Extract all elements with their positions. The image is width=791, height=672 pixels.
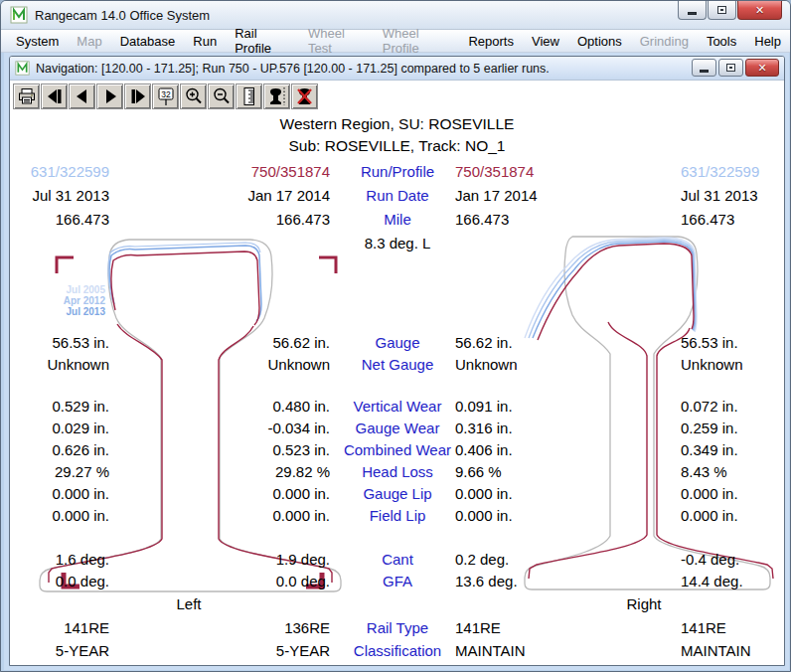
nav-close-icon: ✕ [757, 62, 766, 75]
cell: 0.349 in. [681, 441, 782, 458]
cell: 0.000 in. [15, 507, 109, 524]
cell: Unknown [149, 356, 330, 373]
row-label: Mile [334, 211, 461, 228]
close-icon: ✕ [755, 4, 764, 17]
cell: 0.480 in. [149, 398, 330, 415]
nav-restore-button[interactable] [718, 59, 743, 77]
run-id-right-inner: 750/351874 [455, 163, 604, 180]
cell: 0.0 deg. [15, 573, 109, 589]
rail-profile-icon [267, 86, 287, 106]
app-logo-icon [10, 6, 28, 24]
menu-view[interactable]: View [523, 32, 568, 51]
window-title: Rangecam 14.0 Office System [35, 8, 210, 23]
cell: 141RE [15, 619, 109, 636]
run-id-right-outer: 631/322599 [681, 163, 782, 180]
right-rail-label: Right [594, 595, 694, 612]
menu-help[interactable]: Help [745, 32, 790, 51]
zoom-in-button[interactable] [180, 84, 207, 109]
row-classification: 5-YEAR 5-YEAR Classification MAINTAIN MA… [10, 642, 784, 662]
cell: 0.000 in. [681, 507, 782, 524]
cell: 0.072 in. [681, 398, 782, 415]
minimize-icon [688, 12, 697, 15]
row-label: Run/Profile [334, 163, 461, 180]
cell: Unknown [15, 356, 109, 373]
cell: MAINTAIN [681, 642, 782, 659]
right-rail-profile-2012 [529, 240, 696, 338]
milepost-32-button[interactable]: 32 [152, 84, 179, 109]
row-field-lip: 0.000 in. 0.000 in. Field Lip 0.000 in. … [10, 507, 784, 527]
report-header-line1: Western Region, SU: ROSEVILLE [10, 115, 784, 133]
rail-delete-icon [295, 86, 315, 106]
row-label: Combined Wear [334, 441, 461, 458]
restore-icon [717, 6, 726, 14]
navigation-window: Navigation: [120.00 - 171.25]; Run 750 -… [9, 56, 785, 666]
row-run-date: Jul 31 2013 Jan 17 2014 Run Date Jan 17 … [10, 187, 784, 207]
row-gauge-wear: 0.029 in. -0.034 in. Gauge Wear 0.316 in… [10, 420, 784, 439]
cell: 0.529 in. [15, 398, 109, 415]
row-gauge: 56.53 in. 56.62 in. Gauge 56.62 in. 56.5… [10, 334, 784, 354]
row-label: Vertical Wear [334, 398, 461, 415]
print-button[interactable] [13, 84, 40, 109]
navigation-title-bar[interactable]: Navigation: [120.00 - 171.25]; Run 750 -… [10, 57, 784, 81]
menu-options[interactable]: Options [568, 32, 631, 51]
next-run-button[interactable] [96, 84, 123, 109]
last-run-button[interactable] [124, 84, 151, 109]
ruler-button[interactable] [236, 84, 262, 109]
cell: Jan 17 2014 [149, 187, 330, 204]
mdi-client-area: Navigation: [120.00 - 171.25]; Run 750 -… [4, 53, 789, 670]
rail-marker-button[interactable] [263, 84, 290, 109]
menu-database[interactable]: Database [111, 32, 185, 51]
svg-text:32: 32 [161, 89, 171, 99]
row-gauge-lip: 0.000 in. 0.000 in. Gauge Lip 0.000 in. … [10, 485, 784, 505]
nav-minimize-icon [700, 70, 709, 73]
cell: 1.6 deg. [15, 551, 109, 568]
minimize-button[interactable] [678, 1, 707, 20]
row-label: Gauge Lip [334, 485, 461, 502]
zoom-out-icon [212, 86, 232, 106]
menu-reports[interactable]: Reports [459, 32, 523, 51]
cell: 0.029 in. [15, 420, 109, 436]
cell: 0.000 in. [455, 507, 604, 524]
right-rail-profile-2013 [533, 242, 695, 338]
cell: 0.2 deg. [455, 551, 604, 568]
row-cant: 1.6 deg. 1.9 deg. Cant 0.2 deg. -0.4 deg… [10, 551, 784, 571]
row-label: Rail Type [334, 619, 461, 636]
cell: 29.27 % [15, 463, 109, 480]
row-label: Classification [334, 642, 461, 659]
nav-close-button[interactable]: ✕ [745, 59, 779, 77]
menu-run[interactable]: Run [184, 32, 226, 51]
cell: 0.626 in. [15, 441, 109, 458]
skip-back-icon [45, 86, 65, 106]
cell: 0.0 deg. [149, 573, 330, 589]
cell: 0.406 in. [455, 441, 604, 458]
cell: 141RE [455, 619, 604, 636]
cell: -0.034 in. [149, 420, 330, 436]
nav-restore-icon [726, 64, 735, 72]
nav-minimize-button[interactable] [692, 59, 716, 77]
cell: MAINTAIN [455, 642, 604, 659]
restore-button[interactable] [708, 1, 736, 20]
report-header-line2: Sub: ROSEVILLE, Track: NO_1 [10, 137, 784, 155]
row-combined-wear: 0.626 in. 0.523 in. Combined Wear 0.406 … [10, 441, 784, 461]
row-label: Cant [334, 551, 461, 568]
cell: 56.62 in. [455, 334, 604, 351]
zoom-out-button[interactable] [208, 84, 235, 109]
row-head-loss: 29.27 % 29.82 % Head Loss 9.66 % 8.43 % [10, 463, 784, 483]
menu-map: Map [68, 32, 110, 51]
row-label: Gauge [334, 334, 461, 351]
close-button[interactable]: ✕ [737, 1, 782, 20]
left-rail-profile-2013 [109, 246, 261, 321]
prev-run-button[interactable] [69, 84, 95, 109]
cell: 0.259 in. [681, 420, 782, 436]
cell: 56.53 in. [15, 334, 109, 351]
cell: 56.53 in. [681, 334, 782, 351]
first-run-button[interactable] [41, 84, 68, 109]
cell: 8.43 % [681, 463, 782, 480]
arrow-left-icon [73, 86, 92, 106]
printer-icon [17, 86, 37, 106]
cell: 5-YEAR [149, 642, 330, 659]
cell: 166.473 [681, 211, 782, 228]
rail-remove-button[interactable] [291, 84, 318, 109]
menu-tools[interactable]: Tools [698, 32, 745, 51]
menu-system[interactable]: System [7, 32, 68, 51]
